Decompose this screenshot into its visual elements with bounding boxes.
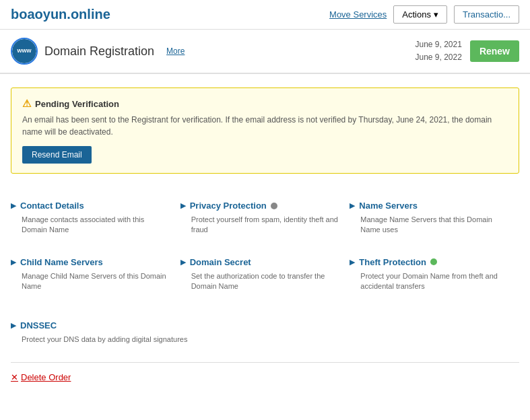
header: boaoyun.online Move Services Actions ▾ T… xyxy=(0,0,530,30)
date-start: June 9, 2021 xyxy=(415,38,461,51)
feature-desc-secret: Set the authorization code to transfer t… xyxy=(180,271,339,292)
arrow-icon-nameservers: ▶ xyxy=(350,201,355,210)
domain-reg-title: Domain Registration xyxy=(44,44,154,59)
delete-section: ✕Delete Order xyxy=(11,362,519,382)
www-icon: www xyxy=(12,39,36,63)
more-link[interactable]: More xyxy=(166,46,185,56)
pending-verification-box: ⚠ Pending Verification An email has been… xyxy=(11,88,519,174)
domain-bar-right: June 9, 2021 June 9, 2022 Renew xyxy=(415,38,519,64)
domain-link[interactable]: boaoyun.online xyxy=(11,7,110,22)
feature-title-contact[interactable]: Contact Details xyxy=(20,201,84,211)
header-actions: Move Services Actions ▾ Transactio... xyxy=(329,5,519,24)
arrow-icon-secret: ▶ xyxy=(180,258,186,267)
arrow-icon-privacy: ▶ xyxy=(180,201,186,210)
feature-title-privacy[interactable]: Privacy Protection xyxy=(190,201,267,211)
feature-title-nameservers[interactable]: Name Servers xyxy=(359,201,418,211)
domain-dates: June 9, 2021 June 9, 2022 xyxy=(415,38,461,64)
feature-title-child[interactable]: Child Name Servers xyxy=(20,257,103,267)
delete-order-link[interactable]: ✕Delete Order xyxy=(11,372,71,382)
feature-contact-details[interactable]: ▶ Contact Details Manage contacts associ… xyxy=(11,190,180,246)
feature-title-theft[interactable]: Theft Protection xyxy=(359,257,426,267)
domain-registration-bar: www Domain Registration More June 9, 202… xyxy=(0,30,530,74)
renew-button[interactable]: Renew xyxy=(470,40,519,62)
feature-title-secret[interactable]: Domain Secret xyxy=(190,257,251,267)
feature-child-name-servers[interactable]: ▶ Child Name Servers Manage Child Name S… xyxy=(11,246,180,303)
delete-x-icon: ✕ xyxy=(11,372,18,382)
move-services-link[interactable]: Move Services xyxy=(329,9,387,20)
actions-button[interactable]: Actions ▾ xyxy=(393,5,447,24)
domain-icon: www xyxy=(11,38,38,65)
status-dot-green-theft xyxy=(430,258,437,265)
feature-desc-nameservers: Manage Name Servers that this Domain Nam… xyxy=(350,215,508,236)
feature-desc-dnssec: Protect your DNS data by adding digital … xyxy=(11,335,519,345)
date-end: June 9, 2022 xyxy=(415,51,461,64)
pending-title-text: Pending Verification xyxy=(35,99,119,109)
feature-desc-child: Manage Child Name Servers of this Domain… xyxy=(11,271,170,292)
feature-dnssec[interactable]: ▶ DNSSEC Protect your DNS data by adding… xyxy=(11,310,519,355)
feature-desc-contact: Manage contacts associated with this Dom… xyxy=(11,215,170,236)
transactions-button[interactable]: Transactio... xyxy=(454,5,519,24)
dropdown-arrow-icon: ▾ xyxy=(434,9,438,20)
arrow-icon-child: ▶ xyxy=(11,258,16,267)
warning-icon: ⚠ xyxy=(22,98,31,110)
domain-bar-left: www Domain Registration More xyxy=(11,38,185,65)
arrow-icon-dnssec: ▶ xyxy=(11,321,16,330)
main-content: ⚠ Pending Verification An email has been… xyxy=(0,74,530,396)
feature-desc-theft: Protect your Domain Name from theft and … xyxy=(350,271,508,292)
feature-privacy-protection[interactable]: ▶ Privacy Protection Protect yourself fr… xyxy=(180,190,350,246)
feature-desc-privacy: Protect yourself from spam, identity the… xyxy=(180,215,339,236)
feature-name-servers[interactable]: ▶ Name Servers Manage Name Servers that … xyxy=(350,190,519,246)
arrow-icon-contact: ▶ xyxy=(11,201,16,210)
feature-domain-secret[interactable]: ▶ Domain Secret Set the authorization co… xyxy=(180,246,350,303)
feature-grid: ▶ Contact Details Manage contacts associ… xyxy=(11,190,519,303)
feature-title-dnssec[interactable]: DNSSEC xyxy=(20,320,57,330)
pending-title-row: ⚠ Pending Verification xyxy=(22,98,508,110)
feature-theft-protection[interactable]: ▶ Theft Protection Protect your Domain N… xyxy=(350,246,519,303)
pending-message: An email has been sent to the Registrant… xyxy=(22,114,508,138)
resend-email-button[interactable]: Resend Email xyxy=(22,146,92,164)
arrow-icon-theft: ▶ xyxy=(350,258,355,267)
status-dot-gray-privacy xyxy=(271,203,277,209)
